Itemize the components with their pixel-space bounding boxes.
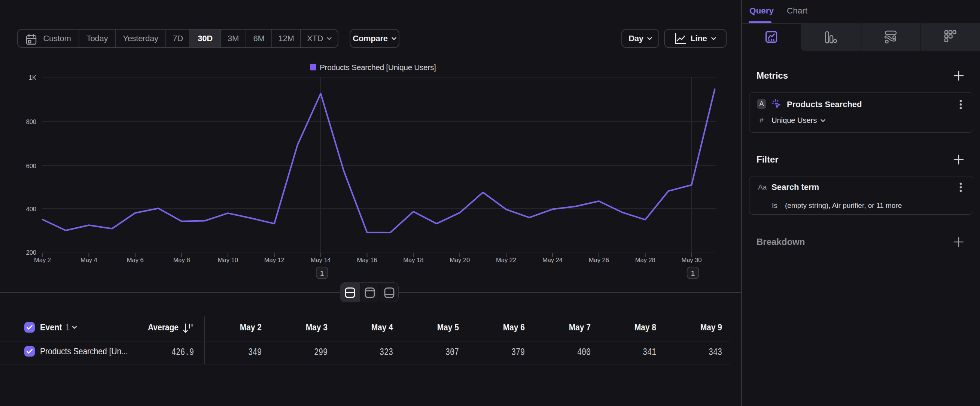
svg-text:1K: 1K [29,74,36,81]
svg-text:May 28: May 28 [635,256,655,263]
svg-text:May 26: May 26 [589,256,609,263]
svg-text:May 12: May 12 [264,256,285,263]
svg-text:800: 800 [26,118,36,125]
svg-text:May 20: May 20 [450,256,470,263]
svg-text:May 14: May 14 [311,256,331,263]
svg-text:1: 1 [320,269,324,277]
svg-text:600: 600 [26,162,36,169]
svg-text:May 16: May 16 [357,256,377,263]
svg-text:May 18: May 18 [403,256,423,263]
svg-text:May 10: May 10 [218,256,238,263]
svg-text:May 4: May 4 [81,256,97,263]
svg-text:200: 200 [26,249,36,256]
svg-text:May 24: May 24 [542,256,563,263]
svg-text:May 22: May 22 [496,256,516,263]
svg-text:1: 1 [690,269,695,277]
svg-text:May 2: May 2 [34,256,51,263]
svg-text:May 6: May 6 [127,256,144,263]
svg-text:May 30: May 30 [681,256,702,263]
svg-text:May 8: May 8 [173,256,190,263]
svg-text:400: 400 [26,205,36,212]
